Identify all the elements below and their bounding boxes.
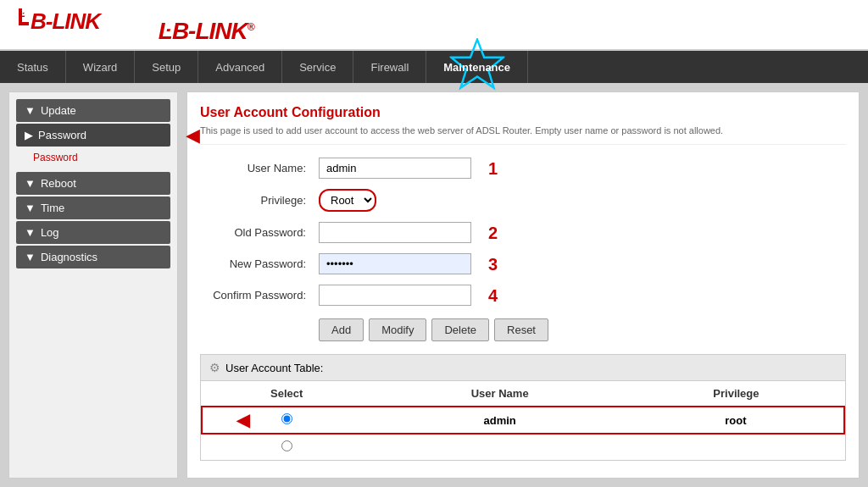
privilege-row: Privilege: Root User (200, 189, 846, 212)
reset-button[interactable]: Reset (494, 318, 548, 341)
sidebar-item-diagnostics[interactable]: ▼ Diagnostics (16, 246, 170, 268)
nav-service[interactable]: Service (282, 51, 353, 83)
delete-button[interactable]: Delete (431, 318, 489, 341)
privilege-label: Privilege: (200, 194, 319, 207)
table-row: ◀ admin root (202, 407, 844, 434)
page-title: User Account Configuration (200, 105, 846, 120)
nav-status[interactable]: Status (0, 51, 66, 83)
nav-firewall[interactable]: Firewall (353, 51, 426, 83)
sidebar: ▼ Update ▶ Password ◀ Password ▼ Reboot … (8, 91, 178, 479)
svg-text:Ŀ: Ŀ (19, 7, 25, 19)
content: User Account Configuration This page is … (186, 91, 860, 479)
reboot-arrow-icon: ▼ (25, 177, 36, 190)
add-button[interactable]: Add (319, 318, 364, 341)
username-label: User Name: (200, 162, 319, 174)
table-row-2 (202, 434, 844, 460)
new-password-row: New Password: 3 (200, 253, 846, 274)
new-password-input[interactable] (319, 253, 471, 274)
update-arrow-icon: ▼ (25, 104, 36, 117)
row-radio[interactable] (281, 413, 292, 424)
privilege-select[interactable]: Root User (319, 189, 376, 212)
new-password-label: New Password: (200, 257, 319, 270)
sidebar-item-update[interactable]: ▼ Update (16, 99, 170, 122)
nav: Status Wizard Setup Advanced Service Fir… (0, 51, 868, 83)
table-title: User Account Table: (225, 362, 323, 374)
col-select: Select (202, 381, 372, 407)
account-table: Select User Name Privilege ◀ admin root (201, 381, 845, 460)
sidebar-item-time[interactable]: ▼ Time (16, 196, 170, 219)
button-row: Add Modify Delete Reset (319, 318, 846, 341)
confirm-password-row: Confirm Password: 4 (200, 285, 846, 306)
header: B-LINK Ŀ ĿB-LINK® (0, 0, 868, 51)
page-description: This page is used to add user account to… (200, 125, 846, 145)
col-username: User Name (372, 381, 628, 407)
nav-maintenance[interactable]: Maintenance (426, 51, 528, 83)
log-arrow-icon: ▼ (25, 226, 36, 239)
annotation-3: 3 (488, 256, 498, 273)
gear-icon: ⚙ (209, 361, 220, 374)
row2-radio[interactable] (281, 440, 292, 451)
annotation-2: 2 (488, 224, 498, 241)
col-privilege: Privilege (628, 381, 844, 407)
svg-text:B-LINK: B-LINK (31, 8, 103, 34)
nav-wizard[interactable]: Wizard (66, 51, 135, 83)
username-input[interactable] (319, 158, 471, 179)
old-password-label: Old Password: (200, 226, 319, 239)
username-row: User Name: 1 (200, 158, 846, 179)
table-section: ⚙ User Account Table: Select User Name P… (200, 354, 846, 461)
old-password-input[interactable] (319, 222, 471, 243)
time-arrow-icon: ▼ (25, 202, 36, 214)
confirm-password-label: Confirm Password: (200, 289, 319, 302)
sidebar-sub-password[interactable]: Password (16, 148, 170, 167)
password-red-arrow: ◀ (186, 125, 200, 147)
table-cell-privilege: root (628, 407, 844, 434)
sidebar-item-reboot[interactable]: ▼ Reboot (16, 172, 170, 195)
sidebar-group-2: ▼ Reboot ▼ Time ▼ Log ▼ Diagnostics (16, 172, 170, 268)
old-password-row: Old Password: 2 (200, 222, 846, 243)
nav-setup[interactable]: Setup (135, 51, 198, 83)
svg-rect-1 (19, 22, 29, 25)
logo-text: ĿB-LINK® (159, 18, 254, 44)
table-red-arrow: ◀ (236, 410, 249, 430)
main: ▼ Update ▶ Password ◀ Password ▼ Reboot … (0, 83, 868, 487)
annotation-1: 1 (488, 160, 498, 177)
sidebar-item-password[interactable]: ▶ Password ◀ (16, 124, 170, 147)
table-header: ⚙ User Account Table: (201, 355, 845, 381)
sidebar-item-log[interactable]: ▼ Log (16, 221, 170, 244)
table-cell-username: admin (372, 407, 628, 434)
password-arrow-icon: ▶ (25, 129, 33, 141)
table-header-row: Select User Name Privilege (202, 381, 844, 407)
confirm-password-input[interactable] (319, 285, 471, 306)
table-cell-select[interactable]: ◀ (202, 407, 372, 434)
nav-advanced[interactable]: Advanced (198, 51, 282, 83)
annotation-4: 4 (488, 287, 498, 304)
logo: B-LINK Ŀ ĿB-LINK® (17, 5, 254, 45)
sidebar-group-1: ▼ Update ▶ Password ◀ Password (16, 99, 170, 167)
modify-button[interactable]: Modify (369, 318, 426, 341)
diagnostics-arrow-icon: ▼ (25, 251, 36, 263)
